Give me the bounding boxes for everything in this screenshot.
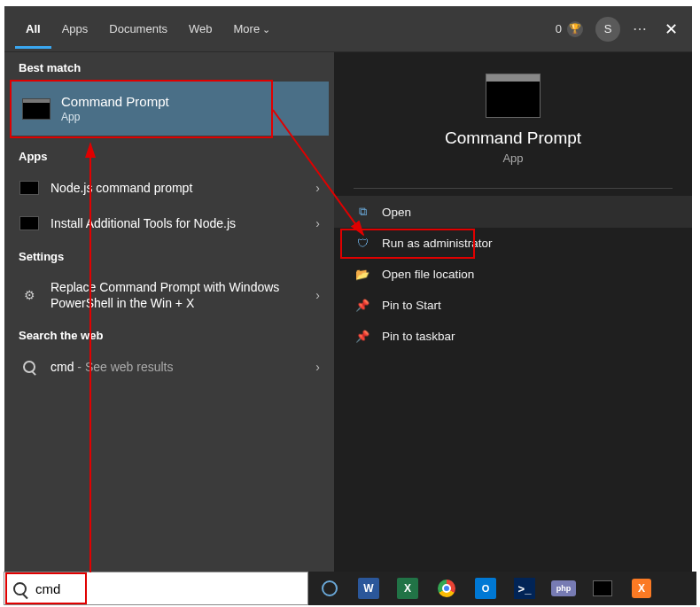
trophy-icon: 🏆 bbox=[567, 21, 583, 37]
search-input[interactable] bbox=[35, 581, 299, 596]
action-run-admin[interactable]: 🛡 Run as administrator bbox=[334, 228, 692, 259]
terminal-icon bbox=[593, 580, 612, 596]
action-pin-taskbar[interactable]: 📌 Pin to taskbar bbox=[334, 321, 692, 352]
open-icon: ⧉ bbox=[355, 205, 369, 219]
tab-apps[interactable]: Apps bbox=[51, 10, 99, 49]
php-icon: php bbox=[551, 580, 576, 596]
search-icon bbox=[13, 582, 27, 595]
folder-icon: 📂 bbox=[355, 268, 369, 281]
rewards-count: 0 bbox=[556, 22, 562, 35]
chevron-right-icon: › bbox=[315, 360, 320, 374]
cmd-icon bbox=[19, 181, 39, 195]
more-options-icon[interactable]: ⋯ bbox=[633, 20, 649, 37]
cmd-icon bbox=[19, 216, 39, 230]
tab-web[interactable]: Web bbox=[178, 10, 223, 49]
action-label: Run as administrator bbox=[382, 237, 493, 250]
result-app-nodejs-cmd[interactable]: Node.js command prompt › bbox=[4, 170, 334, 206]
word-icon: W bbox=[358, 578, 379, 599]
taskbar-chrome[interactable] bbox=[429, 574, 464, 603]
list-item-label: Replace Command Prompt with Windows Powe… bbox=[51, 279, 305, 311]
user-avatar[interactable]: S bbox=[595, 17, 620, 42]
rewards-indicator[interactable]: 0 🏆 bbox=[556, 21, 583, 37]
cortana-icon bbox=[322, 580, 338, 596]
best-match-title: Command Prompt bbox=[61, 94, 169, 109]
tab-more[interactable]: More bbox=[223, 10, 282, 49]
taskbar-php[interactable]: php bbox=[546, 574, 581, 603]
taskbar-word[interactable]: W bbox=[351, 574, 386, 603]
best-match-subtitle: App bbox=[61, 111, 169, 123]
result-app-nodejs-tools[interactable]: Install Additional Tools for Node.js › bbox=[4, 206, 334, 241]
action-label: Pin to taskbar bbox=[382, 330, 455, 343]
result-best-match[interactable]: Command Prompt App bbox=[10, 82, 329, 136]
app-hero-subtitle: App bbox=[334, 152, 692, 165]
result-web-cmd[interactable]: cmd - See web results › bbox=[4, 349, 334, 385]
section-best-match: Best match bbox=[4, 52, 334, 82]
chrome-icon bbox=[438, 580, 455, 597]
action-open[interactable]: ⧉ Open bbox=[334, 196, 692, 228]
cmd-icon bbox=[22, 98, 51, 120]
search-icon bbox=[23, 361, 35, 373]
tab-documents[interactable]: Documents bbox=[98, 10, 178, 49]
action-pin-start[interactable]: 📌 Pin to Start bbox=[334, 290, 692, 321]
taskbar: W X O >_ php X bbox=[308, 572, 696, 605]
excel-icon: X bbox=[397, 578, 418, 599]
pin-icon: 📌 bbox=[355, 330, 369, 343]
gear-icon: ⚙ bbox=[19, 288, 40, 302]
taskbar-outlook[interactable]: O bbox=[468, 574, 503, 603]
taskbar-xampp[interactable]: X bbox=[624, 574, 659, 603]
chevron-right-icon: › bbox=[315, 288, 320, 302]
taskbar-powershell[interactable]: >_ bbox=[507, 574, 542, 603]
xampp-icon: X bbox=[632, 579, 651, 598]
tab-all[interactable]: All bbox=[15, 10, 51, 49]
outlook-icon: O bbox=[475, 578, 496, 599]
powershell-icon: >_ bbox=[514, 578, 535, 599]
app-hero-icon bbox=[486, 74, 541, 118]
list-item-label: Node.js command prompt bbox=[51, 181, 305, 195]
result-setting-replace-cmd[interactable]: ⚙ Replace Command Prompt with Windows Po… bbox=[4, 270, 334, 320]
list-item-label: cmd - See web results bbox=[51, 360, 305, 374]
search-bar[interactable] bbox=[4, 572, 308, 605]
divider bbox=[354, 188, 673, 189]
taskbar-excel[interactable]: X bbox=[390, 574, 425, 603]
app-hero-title: Command Prompt bbox=[334, 128, 692, 148]
taskbar-terminal[interactable] bbox=[585, 574, 620, 603]
action-label: Open bbox=[382, 206, 411, 219]
section-settings: Settings bbox=[4, 241, 334, 270]
action-label: Pin to Start bbox=[382, 299, 441, 312]
pin-icon: 📌 bbox=[355, 299, 369, 312]
shield-icon: 🛡 bbox=[355, 237, 369, 250]
close-icon[interactable]: ✕ bbox=[661, 16, 681, 43]
chevron-right-icon: › bbox=[315, 216, 320, 230]
action-label: Open file location bbox=[382, 268, 474, 281]
action-open-location[interactable]: 📂 Open file location bbox=[334, 259, 692, 290]
section-search-web: Search the web bbox=[4, 320, 334, 349]
list-item-label: Install Additional Tools for Node.js bbox=[51, 216, 305, 230]
section-apps: Apps bbox=[4, 141, 334, 170]
taskbar-cortana[interactable] bbox=[312, 574, 347, 603]
chevron-right-icon: › bbox=[315, 181, 320, 195]
